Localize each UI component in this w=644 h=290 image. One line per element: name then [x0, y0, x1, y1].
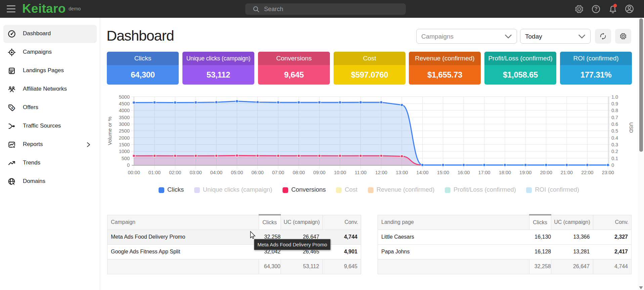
- svg-text:19:00: 19:00: [519, 170, 531, 175]
- svg-text:12:00: 12:00: [375, 170, 387, 175]
- svg-text:0.8: 0.8: [611, 108, 618, 113]
- svg-text:4000: 4000: [119, 108, 130, 113]
- svg-text:0: 0: [127, 162, 130, 168]
- svg-text:4500: 4500: [119, 101, 130, 106]
- svg-text:0.7: 0.7: [611, 115, 618, 120]
- svg-text:3500: 3500: [119, 115, 130, 120]
- svg-text:01:00: 01:00: [148, 170, 161, 175]
- svg-text:13:00: 13:00: [396, 170, 408, 175]
- svg-text:1000: 1000: [119, 149, 130, 154]
- svg-text:500: 500: [122, 156, 130, 161]
- svg-text:03:00: 03:00: [190, 170, 202, 175]
- svg-text:16:00: 16:00: [458, 170, 470, 175]
- svg-text:07:00: 07:00: [272, 170, 284, 175]
- svg-text:2500: 2500: [119, 128, 130, 134]
- svg-text:0.5: 0.5: [611, 128, 618, 134]
- svg-text:09:00: 09:00: [313, 170, 326, 175]
- svg-text:0.6: 0.6: [611, 122, 618, 127]
- svg-text:22:00: 22:00: [581, 170, 593, 175]
- svg-text:10:00: 10:00: [334, 170, 346, 175]
- svg-text:02:00: 02:00: [169, 170, 181, 175]
- svg-text:$: $: [11, 106, 13, 110]
- svg-text:15:00: 15:00: [437, 170, 449, 175]
- svg-text:0.2: 0.2: [611, 149, 618, 154]
- svg-text:21:00: 21:00: [561, 170, 573, 175]
- svg-text:06:00: 06:00: [252, 170, 264, 175]
- svg-text:20:00: 20:00: [540, 170, 552, 175]
- svg-text:08:00: 08:00: [293, 170, 305, 175]
- svg-text:11:00: 11:00: [355, 170, 367, 175]
- svg-text:0.3: 0.3: [611, 142, 618, 147]
- svg-text:?: ?: [594, 6, 598, 12]
- svg-text:1500: 1500: [119, 142, 130, 147]
- svg-text:3000: 3000: [119, 122, 130, 127]
- svg-text:1.0: 1.0: [611, 94, 618, 100]
- svg-text:USD: USD: [629, 122, 634, 133]
- svg-text:18:00: 18:00: [499, 170, 511, 175]
- svg-text:14:00: 14:00: [416, 170, 428, 175]
- svg-text:04:00: 04:00: [210, 170, 222, 175]
- svg-text:00:00: 00:00: [128, 170, 140, 175]
- svg-text:23:00: 23:00: [602, 170, 614, 175]
- svg-text:0.9: 0.9: [611, 101, 618, 106]
- svg-text:17:00: 17:00: [478, 170, 490, 175]
- svg-text:2000: 2000: [119, 135, 130, 141]
- svg-text:05:00: 05:00: [231, 170, 243, 175]
- svg-text:0: 0: [611, 162, 614, 168]
- svg-text:0.4: 0.4: [611, 135, 618, 141]
- svg-text:Volume or %: Volume or %: [107, 116, 113, 145]
- svg-text:0.1: 0.1: [611, 156, 618, 161]
- svg-text:5000: 5000: [119, 94, 130, 100]
